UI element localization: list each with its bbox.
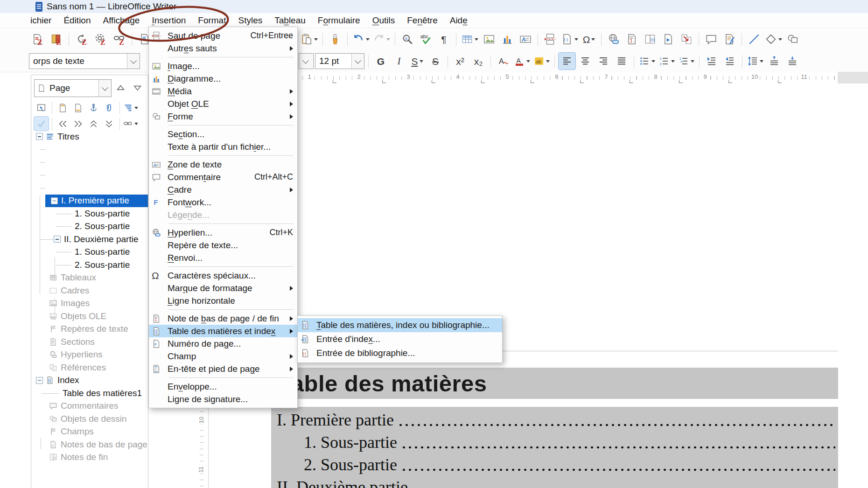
paragraph-style-dropdown-button[interactable] <box>127 54 140 69</box>
highlight-color-button[interactable]: ab <box>532 53 551 70</box>
line-spacing-button[interactable] <box>746 53 764 70</box>
tree-item-hyperliens[interactable]: Hyperliens <box>31 349 148 362</box>
insert-comment-button[interactable] <box>703 31 720 48</box>
ordered-list-button[interactable]: 12 <box>658 53 676 70</box>
menu-item-section[interactable]: Section... <box>149 128 297 140</box>
font-size-combo[interactable]: 12 pt <box>315 53 364 69</box>
clear-formatting-button[interactable]: A <box>495 53 511 70</box>
font-size-combo[interactable]: 12 pt <box>315 53 364 69</box>
font-name-dropdown-button[interactable] <box>299 54 312 69</box>
content-view-button[interactable] <box>34 117 49 131</box>
menu-item-renvoi[interactable]: Renvoi... <box>149 251 297 264</box>
menu-item-diagramme[interactable]: Diagramme... <box>149 72 297 85</box>
track-changes-button[interactable] <box>721 31 738 48</box>
menubar-item-format[interactable]: Format <box>192 14 232 27</box>
menubar-item-edition[interactable]: Édition <box>57 14 97 27</box>
menu-item-entree-de-bibliographie[interactable]: [-]Entrée de bibliographie... <box>298 346 502 360</box>
undo-button[interactable] <box>351 31 371 48</box>
menu-item-forme[interactable]: Forme <box>149 110 297 123</box>
tree-item-index[interactable]: Index <box>31 374 148 387</box>
collapse-icon[interactable] <box>36 377 43 384</box>
font-name-combo-end[interactable] <box>299 53 314 69</box>
increase-paragraph-spacing-button[interactable] <box>766 53 783 70</box>
demote-level-button[interactable] <box>102 117 116 131</box>
tree-item-titres[interactable]: Titres <box>31 130 148 143</box>
menubar-item-aide[interactable]: Aide <box>444 14 474 27</box>
tree-item-notes-de-fin[interactable]: (ii)Notes de fin <box>31 451 148 464</box>
menu-item-cadre[interactable]: Cadre <box>149 183 297 196</box>
tree-item-1-sous-partie[interactable]: 1. Sous-partie <box>31 207 148 220</box>
insert-hyperlink-button[interactable] <box>605 31 622 48</box>
tree-item-commentaires[interactable]: Commentaires <box>31 400 148 413</box>
menu-item-marque-de-formatage[interactable]: Marque de formatage <box>149 282 297 294</box>
align-left-button[interactable] <box>559 53 575 70</box>
tree-item-2-sous-partie[interactable]: 2. Sous-partie <box>31 220 148 233</box>
menu-item-table-des-matieres-et-index[interactable]: Table des matières et index <box>149 325 297 337</box>
tree-item-2-sous-partie[interactable]: 2. Sous-partie <box>31 258 148 272</box>
italic-button[interactable]: I <box>391 53 407 70</box>
menu-item-zone-de-texte[interactable]: AZone de texte <box>149 158 297 171</box>
zotero-unlink-button[interactable]: Z <box>111 31 127 48</box>
menu-item-objet-ole[interactable]: Objet OLE <box>149 98 297 110</box>
menubar-item-fenetre[interactable]: Fenêtre <box>401 14 444 27</box>
insert-line-button[interactable] <box>746 31 763 48</box>
align-justify-button[interactable] <box>613 53 630 70</box>
paragraph-style-combo[interactable]: orps de texte <box>29 53 140 69</box>
strikethrough-button[interactable]: S <box>427 53 444 70</box>
menubar-item-formulaire[interactable]: Formulaire <box>312 14 366 27</box>
menu-item-table-des-matieres-index-ou-bibliographie[interactable]: Table des matières, index ou bibliograph… <box>298 318 502 332</box>
menu-item-en-tete-et-pied-de-page[interactable]: En-tête et pied de page <box>149 363 297 375</box>
promote-level-button[interactable] <box>86 117 101 131</box>
tree-item-sections[interactable]: Sections <box>31 335 148 349</box>
unordered-list-button[interactable] <box>638 53 656 70</box>
menubar-item-ichier[interactable]: ichier <box>29 14 57 27</box>
anchor-text-button[interactable] <box>86 101 101 115</box>
drag-mode-button[interactable] <box>123 117 138 131</box>
tree-empty-heading[interactable] <box>31 181 148 195</box>
menubar-item-tableau[interactable]: Tableau <box>268 14 312 27</box>
menu-item-note-de-bas-de-page-de-fin[interactable]: 1Note de bas de page / de fin <box>149 312 297 325</box>
collapse-icon[interactable] <box>36 133 43 140</box>
clone-formatting-button[interactable] <box>327 31 343 48</box>
menu-item-ligne-de-signature[interactable]: Ligne de signature... <box>149 393 297 405</box>
insert-table-button[interactable] <box>460 31 479 48</box>
menu-item-texte-a-partir-d-un-fichier[interactable]: Texte à partir d'un fichier... <box>149 140 297 153</box>
insert-image-button[interactable] <box>481 31 497 48</box>
insert-textbox-button[interactable]: A <box>517 31 534 48</box>
font-color-button[interactable]: A <box>513 53 531 70</box>
spelling-button[interactable]: abc <box>417 31 434 48</box>
menu-item-media[interactable]: Média <box>149 85 297 98</box>
tree-item-i-premiere-partie[interactable]: I. Première partie <box>45 195 148 208</box>
tree-item-reperes-de-texte[interactable]: Repères de texte <box>31 323 148 336</box>
navigation-button[interactable] <box>34 101 49 115</box>
menubar-item-insertion[interactable]: Insertion <box>146 14 192 27</box>
tree-empty-heading[interactable] <box>31 156 148 169</box>
tree-item-notes-de-bas-de-page[interactable]: 1Notes de bas de page <box>31 438 148 451</box>
superscript-button[interactable]: x² <box>452 53 469 70</box>
insert-footnote-button[interactable]: 1 <box>623 31 640 48</box>
tree-item-objets-de-dessin[interactable]: Objets de dessin <box>31 412 148 425</box>
menu-item-caracteres-speciaux[interactable]: ΩCaractères spéciaux... <box>149 269 297 282</box>
menu-item-repere-de-texte[interactable]: Repère de texte... <box>149 239 297 251</box>
reminder-button[interactable] <box>102 101 116 115</box>
menu-item-enveloppe[interactable]: Enveloppe... <box>149 380 297 393</box>
outline-list-button[interactable]: 1a <box>677 53 695 70</box>
tree-item-1-sous-partie[interactable]: 1. Sous-partie <box>31 246 148 259</box>
underline-button[interactable]: S <box>409 53 426 70</box>
navigate-by-combo[interactable]: Page <box>34 79 112 97</box>
menu-item-numero-de-page[interactable]: #Numéro de page... <box>149 337 297 350</box>
formatting-marks-button[interactable]: ¶ <box>435 31 452 48</box>
forward-button[interactable] <box>71 117 85 131</box>
insert-endnote-button[interactable]: (ii) <box>642 31 658 48</box>
menu-item-ligne-horizontale[interactable]: Ligne horizontale <box>149 294 297 307</box>
footer-button[interactable] <box>71 101 85 115</box>
tree-item-images[interactable]: Images <box>31 297 148 310</box>
find-replace-button[interactable]: a <box>399 31 416 48</box>
menubar-item-outils[interactable]: Outils <box>366 14 401 27</box>
decrease-indent-button[interactable] <box>721 53 738 70</box>
tree-empty-heading[interactable] <box>31 169 148 182</box>
previous-page-button[interactable] <box>113 80 128 96</box>
cross-reference-button[interactable] <box>678 31 695 48</box>
decrease-paragraph-spacing-button[interactable] <box>784 53 801 70</box>
align-center-button[interactable] <box>577 53 594 70</box>
